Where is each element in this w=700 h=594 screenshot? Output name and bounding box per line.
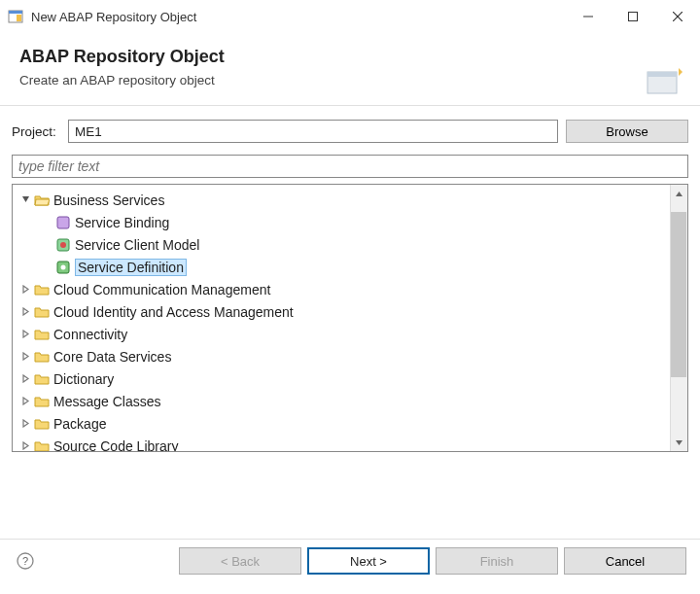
svg-text:?: ? [22,555,28,567]
finish-button: Finish [436,547,558,575]
tree-label: Service Definition [75,259,187,276]
tree-node[interactable]: Core Data Services [13,345,687,367]
svg-marker-19 [23,353,28,360]
folder-icon [34,416,50,432]
browse-button[interactable]: Browse [566,120,688,143]
tree-label: Source Code Library [53,438,178,452]
svg-marker-23 [23,442,28,449]
tree-label: Service Binding [75,215,169,230]
folder-icon [34,371,50,387]
folder-icon [34,394,50,409]
app-icon [8,9,23,24]
svg-point-13 [60,242,66,248]
tree-node[interactable]: Source Code Library [13,435,687,451]
tree-list[interactable]: Business Services Service Binding Servic… [13,185,687,451]
folder-icon [34,304,50,320]
tree-label: Cloud Communication Management [53,282,270,297]
next-button[interactable]: Next > [307,547,430,575]
chevron-right-icon [18,305,32,319]
tree-node-service-client-model[interactable]: Service Client Model [13,233,687,256]
project-label: Project: [12,124,60,139]
folder-icon [34,349,50,365]
page-subtitle: Create an ABAP repository object [19,73,681,87]
wizard-header: ABAP Repository Object Create an ABAP re… [0,33,700,106]
service-client-icon [55,237,71,253]
back-button: < Back [179,547,301,575]
folder-icon [34,327,50,342]
chevron-right-icon [18,372,32,386]
folder-icon [34,282,50,297]
chevron-down-icon [18,193,32,207]
tree-node[interactable]: Connectivity [13,323,687,345]
titlebar: New ABAP Repository Object [0,0,700,33]
chevron-right-icon [18,395,32,408]
folder-open-icon [34,192,50,208]
help-button[interactable]: ? [14,549,37,573]
cancel-button[interactable]: Cancel [564,547,686,575]
svg-marker-18 [23,331,28,337]
tree-node-business-services[interactable]: Business Services [13,189,687,211]
svg-marker-10 [22,196,29,202]
svg-rect-1 [9,11,22,14]
scroll-up-icon[interactable] [671,185,687,202]
service-binding-icon [55,215,71,230]
tree-label: Business Services [53,192,164,208]
tree-scrollbar[interactable] [670,185,687,451]
scroll-thumb[interactable] [671,212,686,377]
svg-rect-4 [629,13,638,21]
tree-label: Dictionary [53,371,114,387]
project-row: Project: Browse [0,106,700,151]
svg-marker-24 [676,192,682,196]
object-tree: Business Services Service Binding Servic… [12,184,688,452]
chevron-right-icon [18,417,32,431]
tree-label: Core Data Services [53,349,171,365]
button-bar: ? < Back Next > Finish Cancel [0,539,700,582]
close-button[interactable] [655,1,700,32]
svg-point-15 [61,264,66,269]
banner-icon [644,66,682,97]
maximize-button[interactable] [611,1,655,32]
chevron-right-icon [18,350,32,364]
chevron-right-icon [18,283,32,297]
svg-rect-2 [17,15,21,21]
tree-label: Package [53,416,106,432]
tree-node-service-binding[interactable]: Service Binding [13,211,687,233]
folder-icon [34,438,50,452]
tree-label: Cloud Identity and Access Management [53,304,294,320]
tree-node[interactable]: Cloud Communication Management [13,278,687,300]
service-definition-icon [55,260,71,275]
scroll-down-icon[interactable] [671,434,687,451]
filter-input[interactable] [12,155,688,178]
tree-node[interactable]: Dictionary [13,367,687,390]
tree-label: Message Classes [53,394,161,409]
svg-marker-9 [679,68,682,76]
svg-marker-20 [23,375,28,382]
tree-node-service-definition[interactable]: Service Definition [13,256,687,278]
tree-node[interactable]: Cloud Identity and Access Management [13,300,687,323]
chevron-right-icon [18,328,32,341]
page-title: ABAP Repository Object [19,47,681,67]
tree-label: Connectivity [53,327,127,342]
svg-marker-16 [23,286,28,293]
svg-marker-22 [23,420,28,427]
svg-rect-8 [648,72,677,77]
svg-marker-17 [23,308,28,315]
minimize-button[interactable] [566,1,611,32]
project-input[interactable] [68,120,558,143]
tree-label: Service Client Model [75,237,199,253]
tree-node[interactable]: Message Classes [13,390,687,412]
chevron-right-icon [18,439,32,452]
tree-node[interactable]: Package [13,412,687,435]
window-title: New ABAP Repository Object [31,10,566,24]
svg-marker-25 [676,440,682,445]
svg-marker-21 [23,398,28,404]
svg-rect-11 [57,217,69,228]
